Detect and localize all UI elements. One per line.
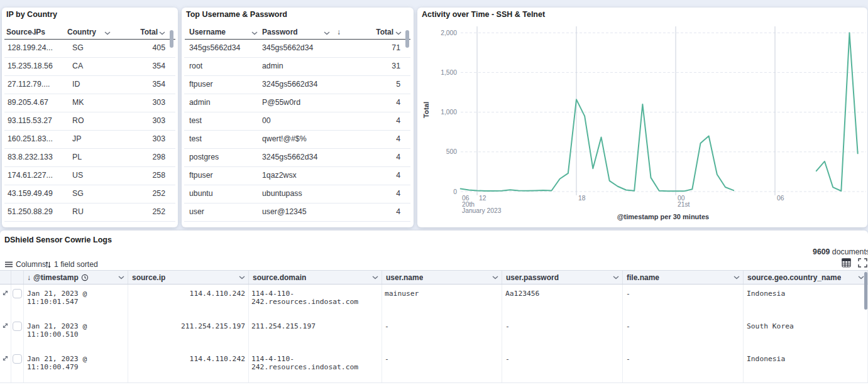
display-options-icon[interactable] <box>842 258 852 268</box>
table-cell: user <box>189 207 204 216</box>
column-header-source-ips[interactable]: Source IPs <box>6 28 45 36</box>
table-cell: South Korea <box>744 317 868 350</box>
table-row[interactable]: 128.199.24...SG405 <box>4 39 175 58</box>
column-header-source.ip[interactable]: source.ip <box>128 271 249 284</box>
panel-top-username-password: Top Username & Password Username Passwor… <box>182 8 414 227</box>
column-header-label: source.domain <box>253 273 306 282</box>
table-row[interactable]: 160.251.83...JP303 <box>4 130 175 149</box>
chevron-down-icon <box>492 276 498 279</box>
scrollbar-thumb[interactable] <box>170 30 173 48</box>
column-header-password[interactable]: Password <box>262 28 298 36</box>
column-header-source.geo.country_name[interactable]: source.geo.country_name <box>744 271 868 284</box>
table-row[interactable]: Jan 21, 2023 @ 11:10:00.479114.4.110.242… <box>0 350 868 383</box>
column-header-label: @timestamp <box>33 273 79 282</box>
table-cell: 211.254.215.197 <box>249 317 382 350</box>
checkbox-cell-border <box>11 285 24 317</box>
chevron-down-icon <box>858 276 864 279</box>
table-row[interactable]: Jan 21, 2023 @ 11:10:00.510211.254.215.1… <box>0 317 868 350</box>
table-cell: - <box>382 350 502 382</box>
table-cell: Jan 21, 2023 @ 11:10:01.547 <box>23 285 128 317</box>
chevron-down-icon <box>159 31 165 35</box>
expand-cell-border <box>0 317 11 350</box>
table-cell: 27.112.79.... <box>8 80 50 89</box>
scrollbar-thumb[interactable] <box>864 272 867 310</box>
panel-cowrie-logs: DShield Sensor Cowrie Logs 9609 document… <box>0 230 868 385</box>
sort-arrows-icon <box>45 261 51 268</box>
column-header-country[interactable]: Country <box>67 28 96 36</box>
column-header-source.domain[interactable]: source.domain <box>249 271 382 284</box>
panel-title: Top Username & Password <box>186 10 287 19</box>
table-cell: 174.61.227... <box>8 171 53 180</box>
y-tick-label: 0 <box>453 188 457 195</box>
table-row[interactable]: 15.235.18.56CA354 <box>4 57 175 76</box>
series-line <box>816 33 858 191</box>
chevron-down-icon <box>104 31 111 35</box>
table-row[interactable]: rootadmin31 <box>184 57 410 76</box>
table-row[interactable]: testqwert!@#$%4 <box>184 130 410 149</box>
table-row[interactable]: 43.159.49.49SG252 <box>4 185 175 203</box>
column-header-file.name[interactable]: file.name <box>623 271 744 284</box>
table-row[interactable]: ftpuser3245gs5662d345 <box>184 75 410 94</box>
column-header-user.name[interactable]: user.name <box>382 271 502 284</box>
column-header-total[interactable]: Total <box>140 28 158 36</box>
table-cell: 298 <box>152 153 165 161</box>
table-cell: admin <box>189 98 211 107</box>
list-icon <box>5 261 13 268</box>
x-tick-label: 18 <box>578 195 586 202</box>
x-context-label: 21st <box>678 201 690 208</box>
table-cell: 252 <box>152 207 165 216</box>
table-row[interactable]: Jan 21, 2023 @ 11:10:01.547114.4.110.242… <box>0 285 868 318</box>
table-cell: 00 <box>262 116 271 125</box>
table-cell: SG <box>72 43 84 52</box>
panel-activity-chart: Activity over Time - SSH & Telnet Total … <box>417 8 867 227</box>
table-row[interactable]: 93.115.53.27RO303 <box>4 112 175 131</box>
scrollbar-thumb[interactable] <box>405 30 409 48</box>
column-header-label: source.geo.country_name <box>747 273 841 282</box>
columns-button[interactable]: Columns <box>5 258 46 271</box>
table-cell: 1qaz2wsx <box>262 171 297 180</box>
table-row[interactable]: 89.205.4.67MK303 <box>4 94 175 112</box>
table-cell: 345gs5662d34 <box>189 43 240 52</box>
table-row[interactable]: 83.8.232.133PL298 <box>4 148 175 167</box>
table-cell: 160.251.83... <box>8 134 53 143</box>
table-cell: 4 <box>396 134 400 143</box>
table-cell: RU <box>72 207 84 216</box>
column-header-user.password[interactable]: user.password <box>502 271 623 284</box>
column-header-username[interactable]: Username <box>189 28 226 36</box>
document-count: 9609 documents <box>813 247 868 256</box>
table-cell: RO <box>72 116 84 125</box>
table-row[interactable]: ftpuser1qaz2wsx4 <box>184 166 410 185</box>
table-cell: admin <box>262 62 283 70</box>
table-cell: postgres <box>189 153 219 161</box>
fullscreen-icon[interactable] <box>858 258 868 268</box>
table-row[interactable]: useruser@123454 <box>184 203 410 222</box>
table-row[interactable]: adminP@55w0rd4 <box>184 94 410 112</box>
column-header-total[interactable]: Total <box>376 28 393 36</box>
column-header-@timestamp[interactable]: ↓@timestamp <box>23 271 128 284</box>
table-cell: 43.159.49.49 <box>8 189 53 198</box>
table-cell: PL <box>72 153 82 161</box>
table-cell: 114-4-110-242.resources.indosat.com <box>249 285 382 317</box>
table-cell: 252 <box>152 189 165 198</box>
table-row[interactable]: 345gs5662d34345gs5662d3471 <box>184 39 410 58</box>
table-cell: 4 <box>396 116 400 125</box>
sort-descending-icon[interactable]: ↓ <box>337 28 341 36</box>
table-row[interactable]: 174.61.227...US258 <box>4 166 175 185</box>
table-row[interactable]: 27.112.79....ID354 <box>4 75 175 94</box>
logs-grid-header: ↓@timestampsource.ipsource.domainuser.na… <box>0 271 868 285</box>
table-cell: 4 <box>396 98 400 107</box>
table-row[interactable]: postgres3245gs5662d344 <box>184 148 410 167</box>
table-cell: P@55w0rd <box>262 98 300 107</box>
table-cell: 71 <box>392 43 400 52</box>
checkbox-cell-border <box>11 350 24 382</box>
column-header-label: user.name <box>386 273 423 282</box>
table-cell: - <box>623 285 744 317</box>
table-row[interactable]: 51.250.88.29RU252 <box>4 203 175 222</box>
table-row[interactable]: ubuntuubuntupass4 <box>184 185 410 203</box>
table-row[interactable]: test004 <box>184 112 410 131</box>
table-cell: MK <box>72 98 84 107</box>
sort-fields-button[interactable]: 1 field sorted <box>45 258 98 271</box>
line-chart[interactable]: Total @timestamp per 30 minutes 05001,00… <box>417 8 867 227</box>
chevron-down-icon <box>733 276 740 279</box>
table-cell: 5 <box>396 80 400 89</box>
